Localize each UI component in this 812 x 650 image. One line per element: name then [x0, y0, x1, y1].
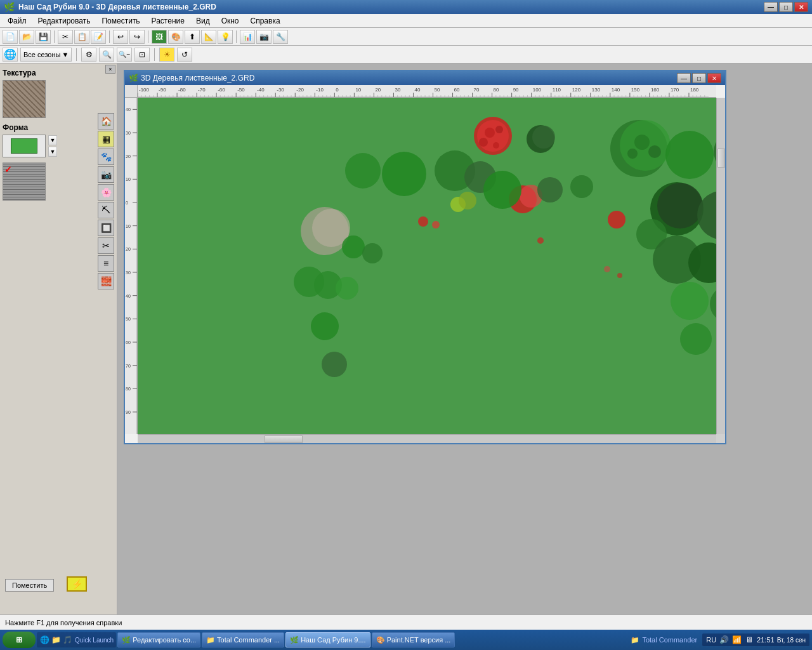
new-button[interactable]: 📄 — [3, 30, 18, 44]
svg-text:70: 70 — [474, 87, 480, 93]
copy-button[interactable]: 📋 — [74, 30, 89, 44]
svg-text:-60: -60 — [218, 87, 225, 93]
forma-dropdown[interactable]: ▼ — [48, 135, 57, 145]
svg-point-237 — [657, 183, 703, 229]
ql-icon-2[interactable]: 📁 — [51, 635, 61, 645]
tray-display-icon[interactable]: 🖥 — [744, 635, 754, 645]
child-close-button[interactable]: ✕ — [707, 73, 721, 83]
zoom-in-button[interactable]: 🔍 — [99, 48, 114, 62]
menu-place[interactable]: Поместить — [96, 15, 145, 27]
place-icon-button[interactable]: ⚡ — [67, 576, 87, 592]
panel-close-button[interactable]: × — [105, 65, 115, 74]
image-button[interactable]: 🖼 — [152, 30, 167, 44]
menu-edit[interactable]: Редактировать — [33, 15, 96, 27]
close-button[interactable]: ✕ — [794, 2, 808, 12]
taskbar-item-commander[interactable]: 📁 Total Commander ... — [202, 632, 284, 647]
system-tray: RU 🔊 📶 🖥 21:51 Вт, 18 сен — [702, 633, 809, 646]
taskbar-item-edit[interactable]: 🌿 Редактировать со... — [117, 632, 200, 647]
icon-brick[interactable]: 🧱 — [98, 273, 114, 289]
icon-home[interactable]: 🏠 — [98, 113, 114, 129]
icon-box[interactable]: 🔲 — [98, 220, 114, 236]
tray-network-icon[interactable]: 📶 — [731, 635, 742, 645]
scroll-corner — [716, 434, 725, 443]
undo-button[interactable]: ↩ — [113, 30, 128, 44]
texture-preview[interactable] — [3, 80, 46, 118]
season-dropdown[interactable]: Все сезоны ▼ — [20, 48, 72, 62]
taskbar-item-nashsad[interactable]: 🌿 Наш Сад Рубин 9.... — [285, 632, 370, 647]
zoom-fit-button[interactable]: ⊡ — [134, 48, 150, 62]
minimize-button[interactable]: — — [764, 2, 778, 12]
svg-point-263 — [418, 216, 428, 227]
up-button[interactable]: ⬆ — [185, 30, 200, 44]
svg-point-216 — [665, 131, 714, 179]
icon-camera[interactable]: 📷 — [98, 166, 114, 183]
maximize-button[interactable]: □ — [779, 2, 793, 12]
drawing-canvas[interactable] — [138, 98, 716, 434]
redo-button[interactable]: ↪ — [129, 30, 145, 44]
separator5 — [76, 48, 77, 61]
svg-text:120: 120 — [572, 87, 581, 93]
tb2-settings-icon[interactable]: 🌐 — [3, 48, 18, 62]
scrollbar-thumb-v[interactable] — [717, 149, 725, 168]
taskbar-item-paintnet[interactable]: 🎨 Paint.NET версия ... — [372, 632, 455, 647]
icon-pick[interactable]: ⛏ — [98, 202, 114, 218]
settings-button[interactable]: 🔧 — [273, 30, 288, 44]
svg-point-241 — [608, 211, 625, 229]
measure-button[interactable]: 📐 — [201, 30, 216, 44]
forma-preview[interactable] — [3, 135, 46, 157]
menu-file[interactable]: Файл — [3, 15, 32, 27]
svg-text:10: 10 — [126, 224, 131, 229]
separator1 — [54, 30, 55, 43]
light-button[interactable]: 💡 — [218, 30, 233, 44]
svg-text:100: 100 — [126, 434, 133, 434]
sun-button[interactable]: ☀ — [159, 48, 174, 62]
save-button[interactable]: 💾 — [36, 30, 51, 44]
icon-flower[interactable]: 🌸 — [98, 184, 114, 201]
child-window-icon: 🌿 — [129, 74, 138, 83]
tray-volume-icon[interactable]: 🔊 — [719, 635, 729, 645]
place-button[interactable]: Поместить — [5, 579, 54, 592]
menu-help[interactable]: Справка — [246, 15, 285, 27]
svg-text:40: 40 — [126, 294, 131, 298]
taskbar-icon-commander: 📁 — [206, 636, 215, 644]
menu-plant[interactable]: Растение — [147, 15, 190, 27]
icon-paw[interactable]: 🐾 — [98, 149, 114, 165]
svg-point-265 — [537, 237, 544, 244]
total-commander-label: Total Commander — [642, 636, 697, 644]
vertical-scrollbar[interactable] — [716, 98, 725, 434]
svg-point-229 — [459, 192, 476, 209]
icon-grid[interactable]: ▦ — [98, 131, 114, 147]
menu-window[interactable]: Окно — [216, 15, 244, 27]
forma-row: ▼ ▼ — [3, 135, 91, 157]
texture-preview2[interactable]: ✓ — [3, 162, 46, 201]
main-content: × Текстура Форма ▼ ▼ — [0, 63, 812, 614]
child-minimize-button[interactable]: — — [677, 73, 691, 83]
scrollbar-thumb-h[interactable] — [265, 435, 303, 443]
camera-button[interactable]: 📷 — [256, 30, 272, 44]
svg-text:180: 180 — [690, 87, 699, 93]
ql-icon-1[interactable]: 🌐 — [39, 635, 49, 645]
chart-button[interactable]: 📊 — [240, 30, 255, 44]
ql-icon-3[interactable]: 🎵 — [62, 635, 72, 645]
child-title-bar: 🌿 3D Деревья лиственные_2.GRD — □ ✕ — [125, 71, 725, 85]
icon-lines[interactable]: ≡ — [98, 255, 114, 272]
menu-view[interactable]: Вид — [191, 15, 215, 27]
tools-button[interactable]: ⚙ — [81, 48, 96, 62]
rotate-button[interactable]: ↺ — [177, 48, 192, 62]
svg-point-264 — [432, 221, 440, 229]
open-button[interactable]: 📂 — [19, 30, 34, 44]
ruler-left: 403020100102030405060708090100 — [125, 98, 138, 434]
icon-scissors[interactable]: ✂ — [98, 237, 114, 254]
windows-logo: ⊞ — [16, 635, 22, 644]
child-maximize-button[interactable]: □ — [692, 73, 706, 83]
forma-options[interactable]: ▼ — [48, 147, 57, 157]
svg-text:-100: -100 — [139, 87, 150, 93]
window-controls: — □ ✕ — [764, 2, 808, 12]
horizontal-scrollbar[interactable] — [138, 434, 716, 443]
ruler-top: // Rendered via JS below -100-90-80-70-6… — [138, 85, 716, 98]
color-button[interactable]: 🎨 — [168, 30, 183, 44]
cut-button[interactable]: ✂ — [58, 30, 73, 44]
zoom-out-button[interactable]: 🔍− — [117, 48, 132, 62]
paste-button[interactable]: 📝 — [91, 30, 106, 44]
start-button[interactable]: ⊞ — [3, 632, 36, 648]
